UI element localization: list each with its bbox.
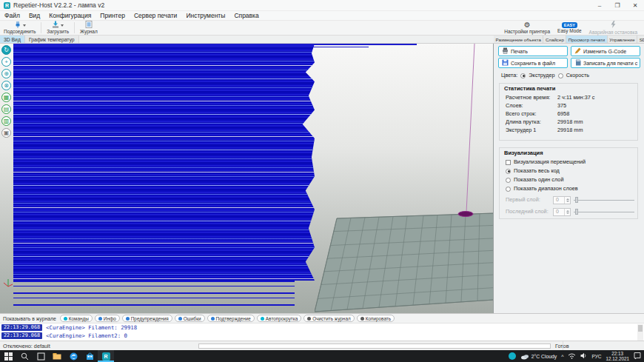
print-button[interactable]: Печать	[498, 46, 568, 56]
printer-settings-button[interactable]: ⚙ Настройки принтера	[500, 21, 554, 35]
language-indicator[interactable]: РУС	[591, 354, 601, 359]
tab-manual-control[interactable]: Управление	[608, 36, 637, 43]
spinner-arrows-icon[interactable]	[564, 197, 570, 204]
cloud-icon	[520, 353, 529, 360]
filter-label: Автопрокрутка	[266, 316, 298, 321]
repetier-host-taskbar-icon[interactable]: R	[98, 350, 114, 362]
status-bar: Отключено: default Готов	[0, 341, 644, 350]
menu-config[interactable]: Конфигурация	[44, 12, 95, 19]
side-view-button[interactable]: ▥	[1, 116, 11, 126]
tab-object-placement[interactable]: Размещение объекта	[494, 36, 543, 43]
iso-view-button[interactable]: ▦	[1, 93, 11, 102]
notification-center-icon[interactable]	[634, 352, 641, 361]
filter-dot-icon	[211, 317, 215, 321]
last-layer-spinner[interactable]: 0	[553, 208, 571, 216]
front-view-button[interactable]: ▤	[1, 104, 11, 114]
tab-temp-graph[interactable]: График температур	[25, 36, 79, 43]
first-layer-value: 0	[554, 195, 564, 204]
show-complete-code-radio[interactable]	[506, 169, 511, 174]
network-icon[interactable]	[568, 352, 576, 361]
filter-dot-icon	[64, 317, 67, 321]
menu-printer[interactable]: Принтер	[95, 12, 130, 19]
volume-icon[interactable]	[580, 352, 587, 361]
menu-print-server[interactable]: Сервер печати	[130, 12, 182, 19]
viz-range-row: Показать диапазон слоев	[500, 184, 637, 193]
windows-taskbar: R 2°C Cloudy ^ РУС 22:13 12.12.2021	[0, 350, 644, 362]
reset-view-button[interactable]: ⊗	[1, 81, 11, 90]
show-travel-checkbox[interactable]	[506, 160, 511, 165]
save-to-file-button[interactable]: Сохранить в файл	[498, 58, 568, 68]
zoom-button[interactable]: ⊕	[1, 69, 11, 78]
log-filter-commands[interactable]: Команды	[60, 315, 93, 322]
start-button[interactable]	[0, 350, 16, 362]
journal-toggle-button[interactable]: Журнал	[76, 21, 101, 35]
right-panel-tabs: Размещение объекта Слайсер Просмотр печа…	[494, 36, 644, 43]
connect-button[interactable]: Подсоединить	[0, 21, 39, 35]
extruder-color-radio[interactable]	[520, 73, 526, 78]
first-layer-label: Первый слой:	[506, 195, 550, 204]
log-filter-warnings[interactable]: Предупреждения	[122, 315, 172, 322]
meet-now-icon[interactable]	[509, 352, 516, 360]
store-icon[interactable]	[81, 350, 98, 362]
tab-slicer[interactable]: Слайсер	[543, 36, 566, 43]
tab-3d-view[interactable]: 3D Вид	[0, 36, 25, 43]
connection-status: Отключено: default	[0, 343, 50, 349]
system-tray: 2°C Cloudy ^ РУС 22:13 12.12.2021	[509, 351, 644, 361]
log-view[interactable]: 22:13:29.068 <CuraEngine> Filament: 2991…	[0, 323, 644, 341]
last-layer-slider[interactable]	[574, 209, 634, 215]
stat-label: Длина прутка:	[506, 118, 557, 126]
tabs-row: 3D Вид График температур Размещение объе…	[0, 36, 644, 44]
log-clear-button[interactable]: Очистить журнал	[303, 315, 354, 322]
show-layer-range-radio[interactable]	[506, 187, 511, 192]
stat-label: Слоев:	[506, 101, 557, 110]
first-layer-slider[interactable]	[574, 197, 634, 204]
first-layer-spinner[interactable]: 0	[553, 196, 571, 204]
visualization-group: Визуализация Визуализация перемещений По…	[499, 147, 638, 219]
edit-gcode-button[interactable]: Изменить G-Code	[571, 46, 640, 56]
3d-viewport[interactable]: ↻ + ⊕ ⊗ ▦ ▤ ▥ ▣	[0, 44, 494, 313]
menu-file[interactable]: Файл	[0, 12, 24, 19]
chevron-down-icon	[23, 24, 26, 27]
tab-sd-card[interactable]: SD карта	[637, 36, 644, 43]
log-autoscroll-toggle[interactable]: Автопрокрутка	[257, 315, 301, 322]
show-complete-code-label: Показать весь код	[514, 167, 560, 175]
show-single-layer-radio[interactable]	[506, 178, 511, 183]
easy-mode-button[interactable]: EASY Easy Mode	[554, 21, 586, 35]
connect-label: Подсоединить	[4, 29, 36, 34]
log-filter-info[interactable]: Инфо	[95, 315, 120, 322]
maximize-button[interactable]: ❐	[608, 0, 626, 10]
slider-handle[interactable]	[575, 209, 578, 215]
task-view-icon[interactable]	[33, 350, 49, 362]
tab-print-preview[interactable]: Просмотр печати	[566, 36, 607, 43]
log-filter-ack[interactable]: Подтверждение	[207, 315, 255, 322]
load-button[interactable]: Загрузить	[43, 21, 73, 35]
file-explorer-icon[interactable]	[49, 350, 65, 362]
log-copy-button[interactable]: Копировать	[357, 315, 395, 322]
edge-browser-icon[interactable]	[65, 350, 81, 362]
log-line: 22:13:29.068 <CuraEngine> Filament2: 0	[0, 332, 644, 340]
first-layer-row: Первый слой: 0	[500, 195, 637, 204]
log-filter-errors[interactable]: Ошибки	[175, 315, 205, 322]
slider-handle[interactable]	[575, 197, 578, 203]
weather-widget[interactable]: 2°C Cloudy	[520, 353, 557, 360]
log-scrollbar[interactable]	[637, 324, 643, 341]
rotate-view-button[interactable]: ↻	[1, 45, 11, 55]
close-button[interactable]: ✕	[626, 0, 644, 10]
taskbar-clock[interactable]: 22:13 12.12.2021	[606, 351, 629, 361]
log-timestamp: 22:13:29.068	[1, 332, 42, 339]
minimize-button[interactable]: –	[591, 0, 608, 10]
layer-view-button[interactable]: ▣	[1, 128, 11, 138]
menu-tools[interactable]: Инструменты	[181, 12, 229, 19]
log-scrollbar-thumb[interactable]	[638, 325, 643, 332]
sd-card-icon	[574, 59, 581, 67]
search-icon[interactable]	[16, 350, 33, 362]
menu-help[interactable]: Справка	[229, 12, 263, 19]
weather-label: 2°C Cloudy	[531, 354, 557, 359]
trash-icon	[307, 317, 311, 321]
spinner-arrows-icon[interactable]	[564, 209, 570, 215]
menu-view[interactable]: Вид	[24, 12, 44, 19]
hidden-icons-chevron[interactable]: ^	[561, 354, 563, 359]
save-for-sd-button[interactable]: Записать для печати с	[571, 58, 640, 68]
speed-color-radio[interactable]	[558, 73, 563, 78]
move-view-button[interactable]: +	[1, 57, 11, 67]
